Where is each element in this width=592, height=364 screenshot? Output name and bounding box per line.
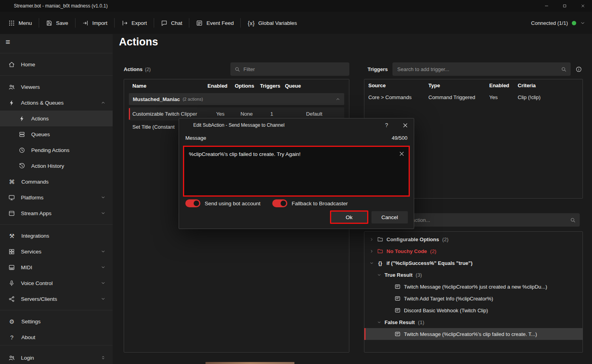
login-label: Login — [21, 355, 34, 361]
column-name: Name — [132, 83, 207, 89]
filter-input[interactable] — [230, 62, 349, 76]
sidebar-item-label: Actions — [31, 116, 49, 122]
sidebar-item-stream-apps[interactable]: Stream Apps — [0, 205, 113, 221]
chevron-down-icon[interactable] — [101, 265, 106, 270]
sidebar-item-services[interactable]: Services — [0, 244, 113, 259]
char-counter: 49/500 — [392, 135, 407, 141]
platforms-icon — [8, 194, 15, 201]
import-button[interactable]: Import — [75, 12, 114, 34]
sidebar-item-settings[interactable]: ⚙ Settings — [0, 313, 113, 329]
sidebar-item-midi[interactable]: MIDI — [0, 259, 113, 275]
tree-item-if-statement[interactable]: {} if ("%clipSuccess%" Equals "true") — [364, 257, 583, 269]
sidebar-item-queues[interactable]: Queues — [0, 126, 113, 142]
tree-item-subaction[interactable]: Twitch Message (%clipCreator% just creat… — [364, 281, 583, 293]
trigger-row[interactable]: Core > Commands Command Triggered Yes Cl… — [364, 92, 583, 103]
chevron-down-icon[interactable] — [377, 273, 381, 277]
sidebar-item-home[interactable]: Home — [0, 56, 113, 72]
unfold-icon[interactable] — [101, 355, 106, 360]
maximize-button[interactable] — [556, 0, 574, 12]
sidebar-item-commands[interactable]: ⌘ Commands — [0, 174, 113, 190]
fallback-broadcaster-toggle-group[interactable]: Fallback to Broadcaster — [272, 199, 348, 207]
chevron-down-icon[interactable] — [101, 296, 106, 301]
streamerbot-logo-icon — [184, 122, 190, 128]
maximize-icon — [562, 4, 567, 8]
message-icon — [394, 307, 401, 313]
chevron-right-icon[interactable] — [370, 237, 374, 242]
chevron-down-icon[interactable] — [101, 211, 106, 216]
sidebar-divider — [0, 53, 113, 53]
voice-control-icon — [8, 280, 15, 287]
help-icon[interactable]: ? — [385, 122, 388, 128]
global-variables-button[interactable]: {x} Global Variables — [241, 12, 304, 34]
sidebar-item-integrations[interactable]: ⚒ Integrations — [0, 228, 113, 244]
sidebar-item-actions-queues[interactable]: Actions & Queues — [0, 95, 113, 111]
sidebar-item-actions[interactable]: Actions — [0, 111, 113, 126]
chevron-down-icon[interactable] — [377, 320, 381, 325]
action-group-row[interactable]: Mustached_Maniac (2 actions) — [129, 93, 344, 105]
close-icon[interactable] — [402, 122, 409, 129]
chevron-down-icon[interactable] — [580, 21, 585, 26]
sidebar-item-viewers[interactable]: Viewers — [0, 79, 113, 95]
sidebar-item-servers-clients[interactable]: Servers/Clients — [0, 291, 113, 307]
cancel-button[interactable]: Cancel — [371, 211, 408, 223]
sidebar-item-label: Stream Apps — [21, 210, 51, 216]
info-icon[interactable] — [575, 66, 582, 73]
message-label: Message — [185, 135, 206, 141]
sidebar-divider — [0, 345, 113, 345]
triggers-header-label: Triggers — [368, 66, 388, 72]
subactions-panel: Configurable Options (2) No Touchy Code … — [364, 213, 583, 353]
chevron-right-icon[interactable] — [370, 249, 374, 253]
clear-icon[interactable] — [398, 150, 405, 157]
chevron-up-icon[interactable] — [101, 100, 106, 105]
tree-item-subaction[interactable]: Discord Basic Webhook (Twitch Clip) — [364, 304, 583, 316]
tree-item-count: (2) — [430, 248, 436, 254]
chevron-up-icon[interactable] — [336, 97, 340, 101]
sidebar-item-label: Settings — [21, 319, 41, 325]
sidebar-item-platforms[interactable]: Platforms — [0, 190, 113, 205]
tree-item-subaction[interactable]: Twitch Add Target Info (%clipCreator%) — [364, 293, 583, 304]
triggers-table-header: Source Type Enabled Criteria — [364, 79, 583, 92]
connection-status[interactable]: Connected (1/1) — [531, 20, 590, 26]
tree-item-configurable-options[interactable]: Configurable Options (2) — [364, 233, 583, 245]
chevron-down-icon[interactable] — [370, 261, 374, 265]
add-trigger-search-input[interactable] — [392, 62, 571, 76]
tree-item-true-result[interactable]: True Result (3) — [364, 269, 583, 281]
sidebar-item-pending-actions[interactable]: Pending Actions — [0, 142, 113, 158]
hamburger-menu-icon[interactable]: ≡ — [0, 34, 113, 50]
chevron-down-icon[interactable] — [101, 195, 106, 200]
chevron-down-icon[interactable] — [101, 281, 106, 285]
dialog-toggles: Send using bot account Fallback to Broad… — [185, 199, 348, 207]
save-button[interactable]: Save — [39, 12, 75, 34]
sidebar-item-action-history[interactable]: Action History — [0, 158, 113, 174]
sidebar-item-label: Actions & Queues — [21, 100, 64, 106]
toggle-on[interactable] — [185, 199, 200, 207]
minimize-button[interactable] — [537, 0, 556, 12]
tree-item-count: (2) — [442, 236, 449, 242]
tree-item-no-touchy-code[interactable]: No Touchy Code (2) — [364, 245, 583, 257]
menu-button[interactable]: Menu — [2, 12, 39, 34]
tree-item-label: Twitch Message (%clipCreator%'s clip fai… — [404, 331, 537, 337]
message-textarea[interactable]: %clipCreator%'s clip failed to create. T… — [183, 146, 410, 197]
send-bot-account-toggle-group[interactable]: Send using bot account — [185, 199, 260, 207]
tree-item-label: if ("%clipSuccess%" Equals "true") — [386, 260, 473, 266]
save-label: Save — [56, 20, 68, 26]
tree-item-false-result[interactable]: False Result (1) — [364, 316, 583, 328]
dialog-title: Edit SubAction - Send Message to Channel — [193, 122, 285, 128]
tree-item-count: (3) — [416, 272, 422, 278]
chevron-down-icon[interactable] — [101, 249, 106, 254]
toggle-knob — [194, 201, 199, 206]
commands-icon: ⌘ — [8, 179, 15, 185]
export-button[interactable]: Export — [115, 12, 154, 34]
sidebar-item-voice-control[interactable]: Voice Control — [0, 275, 113, 291]
sidebar-item-login[interactable]: Login — [0, 349, 113, 364]
tree-item-subaction-selected[interactable]: Twitch Message (%clipCreator%'s clip fai… — [364, 328, 583, 340]
close-button[interactable] — [574, 0, 592, 12]
import-label: Import — [92, 20, 107, 26]
sidebar-item-about[interactable]: ? About — [0, 329, 113, 345]
event-feed-button[interactable]: Event Feed — [189, 12, 240, 34]
menu-label: Menu — [19, 20, 32, 26]
column-criteria: Criteria — [518, 83, 583, 88]
ok-button[interactable]: Ok — [330, 210, 368, 224]
toggle-on[interactable] — [272, 199, 287, 207]
chat-button[interactable]: Chat — [154, 12, 189, 34]
